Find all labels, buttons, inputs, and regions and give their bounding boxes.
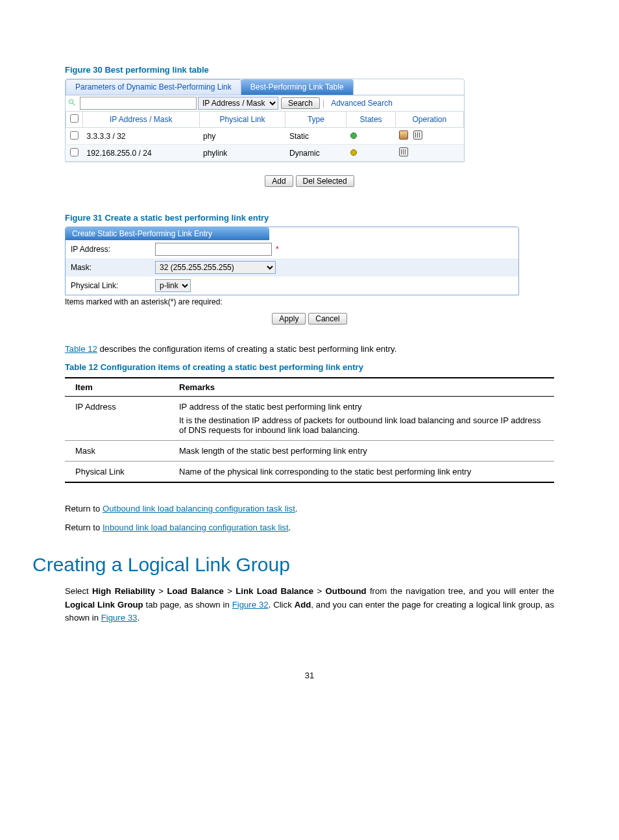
edit-icon[interactable] [399,130,408,140]
status-indicator-icon [350,132,357,139]
cell-item: Physical Link [65,462,169,483]
mask-select[interactable]: 32 (255.255.255.255) [155,261,276,274]
table-12: Item Remarks IP Address IP address of th… [65,377,554,483]
cell-remarks: Mask length of the static best performin… [169,441,554,462]
tab-best-performing-table[interactable]: Best-Performing Link Table [241,79,354,95]
cell-remarks: Name of the physical link corresponding … [169,462,554,483]
label-physical-link: Physical Link: [71,281,155,290]
delete-icon[interactable] [399,147,408,156]
cell-item: Mask [65,441,169,462]
svg-line-1 [73,103,75,105]
paragraph: Table 12 describes the configuration ite… [65,343,554,356]
search-field-select[interactable]: IP Address / Mask [198,97,278,110]
form-row-mask: Mask: 32 (255.255.255.255) [66,258,518,277]
tab-row: Parameters of Dynamic Best-Performing Li… [66,79,464,95]
table-row: 192.168.255.0 / 24 phylink Dynamic [66,145,464,162]
form-row-ip: IP Address: * [66,240,518,258]
col-states: States [346,112,395,128]
th-remarks: Remarks [169,378,554,397]
cell-physical-link: phylink [199,145,285,162]
cell-remarks: IP address of the static best performing… [169,397,554,441]
return-inbound: Return to Inbound link load balancing co… [65,521,554,534]
cell-type: Static [285,128,346,145]
cell-ip: 3.3.3.3 / 32 [83,128,200,145]
required-note: Items marked with an asterisk(*) are req… [65,295,554,310]
col-operation: Operation [395,112,463,128]
cell-ip: 192.168.255.0 / 24 [83,145,200,162]
table-row: 3.3.3.3 / 32 phy Static [66,128,464,145]
figure-30-caption: Figure 30 Best performing link table [65,65,554,75]
apply-button[interactable]: Apply [272,313,306,325]
delete-icon[interactable] [413,130,422,140]
table-row: IP Address IP address of the static best… [65,397,554,441]
search-icon [68,99,76,108]
best-performing-link-table-panel: Parameters of Dynamic Best-Performing Li… [65,79,465,162]
required-icon: * [276,245,279,254]
advanced-search-link[interactable]: Advanced Search [331,99,393,108]
create-entry-panel: Create Static Best-Performing Link Entry… [65,227,519,295]
search-input[interactable] [80,97,197,110]
tab-parameters[interactable]: Parameters of Dynamic Best-Performing Li… [66,79,241,95]
cell-physical-link: phy [199,128,285,145]
table-12-link[interactable]: Table 12 [65,344,97,354]
search-row: IP Address / Mask Search | Advanced Sear… [66,95,464,111]
th-item: Item [65,378,169,397]
cell-operation [395,128,463,145]
section-paragraph: Select High Reliability > Load Balance >… [65,585,554,624]
form-row-physical-link: Physical Link: p-link [66,277,518,295]
cell-item: IP Address [65,397,169,441]
ip-address-input[interactable] [155,243,272,256]
table-row: Mask Mask length of the static best perf… [65,441,554,462]
link-table: IP Address / Mask Physical Link Type Sta… [66,111,464,162]
figure-32-link[interactable]: Figure 32 [232,600,269,610]
del-selected-button[interactable]: Del Selected [296,175,354,187]
figure-31-caption: Figure 31 Create a static best performin… [65,213,554,223]
figure-30: Figure 30 Best performing link table Par… [65,65,554,187]
svg-point-0 [69,99,73,103]
cell-state [346,128,395,145]
select-all-checkbox[interactable] [70,114,79,123]
figure-33-link[interactable]: Figure 33 [101,613,138,623]
section-heading: Creating a Logical Link Group [32,554,554,576]
col-type: Type [285,112,346,128]
table-12-caption: Table 12 Configuration items of creating… [65,362,554,372]
return-outbound: Return to Outbound link load balancing c… [65,502,554,515]
outbound-task-list-link[interactable]: Outbound link load balancing configurati… [103,504,295,513]
col-physical-link: Physical Link [199,112,285,128]
cell-state [346,145,395,162]
col-ip: IP Address / Mask [83,112,200,128]
add-button[interactable]: Add [265,175,293,187]
row-checkbox[interactable] [70,131,79,140]
table-row: Physical Link Name of the physical link … [65,462,554,483]
label-ip: IP Address: [71,245,155,254]
status-indicator-icon [350,149,357,156]
inbound-task-list-link[interactable]: Inbound link load balancing configuratio… [103,523,289,532]
search-button[interactable]: Search [281,97,320,109]
separator: | [322,99,324,108]
panel-header: Create Static Best-Performing Link Entry [66,227,269,240]
cell-type: Dynamic [285,145,346,162]
page-number: 31 [65,671,554,680]
label-mask: Mask: [71,263,155,272]
cancel-button[interactable]: Cancel [308,313,346,325]
physical-link-select[interactable]: p-link [155,279,191,292]
figure-31: Figure 31 Create a static best performin… [65,213,554,325]
row-checkbox[interactable] [70,148,79,156]
cell-operation [395,145,463,162]
